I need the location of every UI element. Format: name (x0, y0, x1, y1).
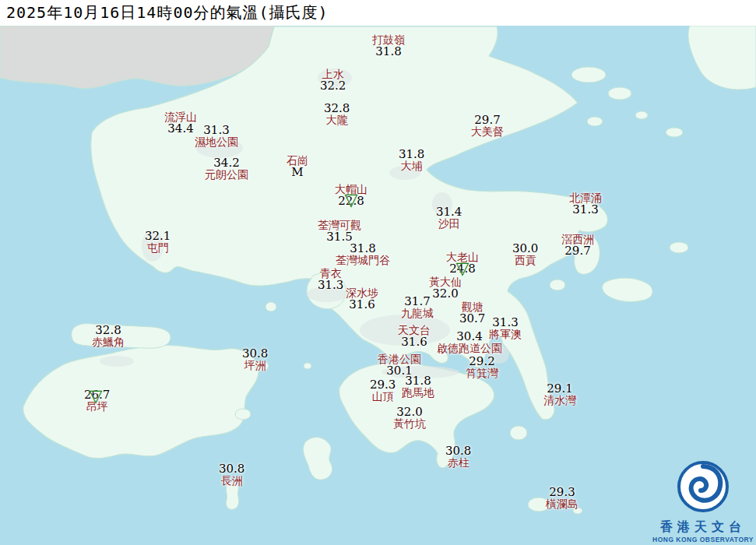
page-title: 2025年10月16日14時00分的氣溫(攝氏度) (0, 0, 756, 26)
station: 深水埗31.6 (346, 287, 378, 311)
station-temp: 32.0 (429, 288, 462, 300)
station: 34.2元朗公園 (205, 157, 248, 181)
station-temp: 31.8 (399, 149, 424, 160)
station: 31.8跑馬地 (402, 375, 434, 399)
station: 30.8長洲 (219, 463, 244, 487)
temperature-map: 打鼓嶺31.8上水32.232.8大隴流浮山34.431.3濕地公園29.7大美… (0, 0, 756, 545)
station: 黃大仙32.0 (429, 276, 462, 300)
station-name: 荃灣城門谷 (336, 255, 390, 266)
station: 29.2筲箕灣 (466, 356, 498, 379)
hko-logo-name-zh: 香港天文台 (652, 519, 754, 536)
station-temp: 29.7 (471, 114, 504, 126)
station: 觀塘30.7 (459, 301, 485, 325)
station-temp: 29.2 (466, 356, 498, 367)
station-temp: 34.4 (164, 123, 197, 135)
station-temp: 32.2 (320, 80, 346, 92)
station-name: 大埔 (399, 160, 424, 172)
station: 荃灣可觀31.5 (318, 220, 361, 243)
station-temp: 31.8 (402, 375, 434, 387)
station: 31.4沙田 (436, 206, 462, 230)
station: 32.1屯門 (145, 230, 171, 254)
station-temp: M (287, 167, 308, 178)
station-name: 清水灣 (543, 395, 576, 406)
station-temp: 31.3 (489, 317, 522, 329)
station-name: 坪洲 (242, 360, 268, 371)
station-temp: 30.4 (437, 331, 502, 343)
station: 打鼓嶺31.8 (372, 34, 405, 58)
hko-logo-name-en: HONG KONG OBSERVATORY (652, 536, 754, 543)
title-bar: 2025年10月16日14時00分的氣溫(攝氏度) (0, 0, 756, 26)
station-name: 長洲 (219, 475, 244, 487)
station-name: 橫瀾島 (546, 498, 578, 510)
peak-triangle-icon: ▽ (456, 258, 469, 278)
station-temp: 31.3 (569, 204, 602, 216)
station-temp: 31.3 (318, 280, 343, 291)
station-name: 筲箕灣 (466, 367, 498, 379)
peak-triangle-icon: ▽ (90, 385, 103, 406)
station: 30.8赤柱 (445, 445, 471, 469)
station: 31.3濕地公園 (195, 125, 238, 148)
station-name: 九龍城 (401, 308, 434, 319)
station-temp: 32.8 (92, 325, 125, 336)
station-temp: 31.6 (398, 336, 431, 348)
station: 31.8荃灣城門谷 (336, 243, 390, 266)
station-name: 啟德跑道公園 (437, 343, 502, 354)
station-temp: 31.6 (346, 299, 378, 311)
hko-logo-icon (675, 459, 731, 515)
station-name: 大隴 (324, 114, 350, 126)
station: 滘西洲29.7 (561, 234, 594, 257)
station-name: 屯門 (145, 242, 171, 254)
station-temp: 29.3 (370, 379, 396, 391)
station-name: 西貢 (512, 255, 538, 266)
station: 北潭涌31.3 (569, 192, 602, 216)
station-temp: 31.4 (436, 206, 462, 218)
station-name: 赤柱 (445, 457, 471, 469)
station-name: 濕地公園 (195, 136, 238, 148)
station-temp: 31.7 (401, 296, 434, 308)
station: 29.3橫瀾島 (546, 487, 578, 510)
station: 32.8赤鱲角 (92, 325, 125, 348)
station-name: 元朗公園 (205, 169, 248, 181)
station: 32.8大隴 (324, 103, 350, 126)
station-temp: 32.0 (393, 406, 426, 418)
station: 天文台31.6 (398, 325, 431, 348)
station-temp: 31.8 (372, 46, 405, 58)
station-name: 大美督 (471, 126, 504, 138)
station-name: 黃竹坑 (393, 418, 426, 430)
station: 上水32.2 (320, 69, 346, 92)
station: 31.7九龍城 (401, 296, 434, 319)
station: 30.0西貢 (512, 243, 538, 266)
station: 29.7大美督 (471, 114, 504, 138)
station-temp: 31.8 (336, 243, 390, 255)
station: 青衣31.3 (318, 268, 343, 291)
station: 30.8坪洲 (242, 348, 268, 371)
station: 29.3山頂 (370, 379, 396, 403)
station-name: 跑馬地 (402, 387, 434, 399)
station: 流浮山34.4 (164, 111, 197, 135)
hko-logo: 香港天文台 HONG KONG OBSERVATORY (652, 459, 754, 543)
station: 29.1清水灣 (543, 383, 576, 406)
station-temp: 29.7 (561, 245, 594, 257)
station-temp: 30.8 (219, 463, 244, 475)
station-temp: 30.8 (445, 445, 471, 457)
peak-triangle-icon: ▽ (345, 189, 358, 209)
station-temp: 30.0 (512, 243, 538, 255)
station: 31.8大埔 (399, 149, 424, 172)
station-temp: 34.2 (205, 157, 248, 169)
station-name: 赤鱲角 (92, 336, 125, 348)
station-temp: 30.7 (459, 313, 485, 325)
station-name: 山頂 (370, 391, 396, 403)
station: 石崗M (287, 155, 308, 178)
station-temp: 32.8 (324, 103, 350, 114)
station-temp: 29.3 (546, 487, 578, 498)
station-name: 沙田 (436, 218, 462, 230)
station: 32.0黃竹坑 (393, 406, 426, 430)
station-temp: 32.1 (145, 230, 171, 242)
station: 30.4啟德跑道公園 (437, 331, 502, 354)
station-temp: 30.8 (242, 348, 268, 360)
station-temp: 29.1 (543, 383, 576, 395)
station-temp: 31.3 (195, 125, 238, 136)
stations-layer: 打鼓嶺31.8上水32.232.8大隴流浮山34.431.3濕地公園29.7大美… (0, 0, 756, 545)
